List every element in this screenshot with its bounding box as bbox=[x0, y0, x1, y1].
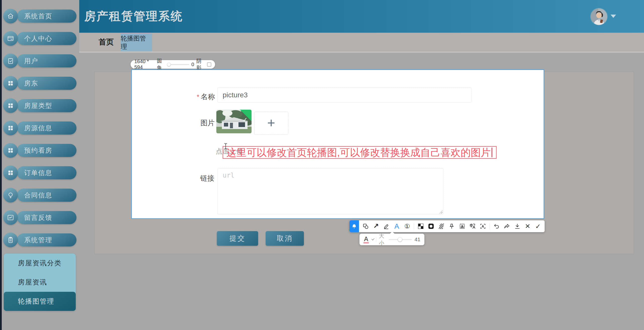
sidebar-item-label[interactable]: 个人中心 bbox=[17, 32, 76, 45]
grid-icon bbox=[3, 76, 18, 91]
link-placeholder: url bbox=[223, 172, 234, 179]
sidebar-item-contracts[interactable]: 合同信息 bbox=[2, 189, 79, 202]
slider-handle[interactable] bbox=[398, 237, 402, 242]
app-root: 系统首页 个人中心 用户 房东 房屋类型 房源信息 bbox=[0, 0, 644, 330]
name-input[interactable]: picture3 bbox=[217, 88, 471, 103]
grid-icon bbox=[3, 121, 18, 135]
sidebar-item-users[interactable]: 用户 bbox=[2, 54, 79, 67]
pin-tool-icon[interactable] bbox=[448, 223, 456, 230]
grid-icon bbox=[3, 166, 18, 180]
download-icon[interactable] bbox=[513, 223, 521, 230]
sidebar-item-system[interactable]: 系统管理 bbox=[2, 233, 79, 246]
bulb-icon bbox=[3, 188, 18, 202]
cancel-button[interactable]: 取消 bbox=[266, 231, 304, 246]
submit-button[interactable]: 提交 bbox=[217, 231, 258, 246]
grid-icon bbox=[3, 98, 18, 113]
upload-image-button[interactable]: + bbox=[254, 112, 288, 135]
check-icon: ✓ bbox=[243, 116, 248, 123]
sidebar-item-home[interactable]: 系统首页 bbox=[2, 10, 79, 23]
tab-bar: 首页 轮播图管理 bbox=[79, 33, 644, 53]
sidebar-item-feedback[interactable]: 留言反馈 bbox=[2, 211, 79, 224]
snip-selection[interactable]: *名称 picture3 图片 ✓ + bbox=[131, 69, 544, 219]
chevron-down-icon[interactable] bbox=[371, 237, 374, 240]
home-icon bbox=[3, 9, 18, 23]
shadow-label: 阴影 bbox=[196, 58, 205, 71]
chevron-down-icon[interactable] bbox=[611, 15, 616, 18]
tab-carousel-management[interactable]: 轮播图管理 bbox=[121, 33, 152, 51]
number-tool-icon[interactable]: ① bbox=[403, 223, 411, 230]
mosaic-tool-icon[interactable] bbox=[417, 223, 424, 230]
grid-icon bbox=[3, 143, 18, 158]
sidebar-item-label[interactable]: 用户 bbox=[17, 54, 76, 67]
avatar[interactable] bbox=[591, 8, 607, 25]
image-field-label: 图片 bbox=[200, 118, 215, 128]
link-field-label: 链接 bbox=[200, 174, 214, 183]
tab-home[interactable]: 首页 bbox=[99, 33, 114, 51]
uploaded-image-thumbnail[interactable]: ✓ bbox=[216, 110, 252, 133]
popup-caret bbox=[390, 231, 395, 234]
translate-tool-icon[interactable] bbox=[469, 223, 476, 230]
sidebar-item-label[interactable]: 预约看房 bbox=[17, 144, 76, 157]
sidebar-submenu: 房屋资讯分类 房屋资讯 轮播图管理 bbox=[4, 254, 76, 311]
link-textarea[interactable]: url bbox=[217, 168, 443, 214]
corner-radius-slider[interactable] bbox=[168, 64, 189, 65]
clipboard-icon bbox=[3, 233, 18, 247]
font-size-slider[interactable] bbox=[389, 239, 412, 240]
sidebar-edge-strip bbox=[0, 0, 2, 330]
resize-handle[interactable] bbox=[439, 210, 442, 214]
submenu-item-carousel[interactable]: 轮播图管理 bbox=[4, 292, 76, 311]
blur-tool-icon[interactable] bbox=[438, 223, 445, 230]
undo-icon[interactable] bbox=[493, 223, 500, 230]
toolbar-icons: ↗ A ① × ✓ bbox=[359, 223, 545, 230]
crop-tool-icon[interactable] bbox=[458, 223, 466, 230]
shape-tool-icon[interactable] bbox=[362, 223, 369, 230]
name-field-label: *名称 bbox=[197, 92, 215, 102]
annotation-text-box[interactable]: 这里可以修改首页轮播图,可以修改替换换成自己喜欢的图片 bbox=[223, 146, 497, 159]
arrow-tool-icon[interactable]: ↗ bbox=[372, 223, 380, 230]
sidebar-item-label[interactable]: 合同信息 bbox=[17, 189, 76, 202]
font-size-label: 大小 bbox=[379, 232, 386, 246]
toolbar-separator bbox=[414, 223, 414, 230]
page-title: 房产租赁管理系统 bbox=[84, 0, 183, 32]
annotation-text: 这里可以修改首页轮播图,可以修改替换换成自己喜欢的图片 bbox=[226, 146, 491, 159]
brush-indicator[interactable] bbox=[349, 220, 359, 232]
font-size-value: 41 bbox=[415, 236, 420, 242]
corner-radius-value: 0 bbox=[191, 62, 194, 67]
sidebar-item-profile[interactable]: 个人中心 bbox=[2, 32, 79, 45]
slider-handle[interactable] bbox=[167, 63, 171, 66]
sidebar-item-label[interactable]: 系统管理 bbox=[17, 233, 76, 246]
submenu-item-news-category[interactable]: 房屋资讯分类 bbox=[4, 254, 76, 273]
selection-dimensions: 1640 * 594 bbox=[134, 59, 154, 70]
clipboard-check-icon bbox=[3, 54, 18, 68]
sidebar-item-label[interactable]: 房东 bbox=[17, 77, 76, 90]
pencil-tool-icon[interactable] bbox=[383, 223, 390, 230]
sidebar-menu: 系统首页 个人中心 用户 房东 房屋类型 房源信息 bbox=[2, 0, 79, 246]
sidebar-item-label[interactable]: 房源信息 bbox=[17, 121, 76, 135]
sidebar-item-house-type[interactable]: 房屋类型 bbox=[2, 99, 79, 112]
sidebar-item-label[interactable]: 房屋类型 bbox=[17, 99, 76, 112]
sidebar-item-label[interactable]: 订单信息 bbox=[17, 166, 76, 179]
submenu-item-news[interactable]: 房屋资讯 bbox=[4, 273, 76, 292]
text-tool-icon[interactable]: A bbox=[393, 223, 400, 230]
plus-icon: + bbox=[267, 116, 275, 130]
close-icon[interactable]: × bbox=[524, 222, 531, 230]
confirm-icon[interactable]: ✓ bbox=[534, 223, 542, 230]
sidebar-item-orders[interactable]: 订单信息 bbox=[2, 166, 79, 179]
toolbar-separator bbox=[490, 223, 490, 230]
redo-icon[interactable] bbox=[503, 223, 511, 230]
sidebar-item-viewing[interactable]: 预约看房 bbox=[2, 144, 79, 157]
chart-icon bbox=[3, 210, 18, 225]
snip-size-bar: 1640 * 594 圆角 0 阴影 bbox=[131, 60, 215, 69]
sidebar-item-house-info[interactable]: 房源信息 bbox=[2, 121, 79, 135]
snip-toolbar: ↗ A ① × ✓ bbox=[349, 220, 545, 232]
shadow-checkbox[interactable] bbox=[207, 62, 211, 67]
header: 房产租赁管理系统 bbox=[79, 0, 644, 33]
text-caret bbox=[492, 148, 492, 157]
sidebar-item-label[interactable]: 系统首页 bbox=[17, 10, 76, 23]
ocr-tool-icon[interactable] bbox=[479, 223, 487, 230]
required-asterisk: * bbox=[197, 93, 199, 101]
highlight-tool-icon[interactable] bbox=[427, 223, 435, 230]
sidebar-item-label[interactable]: 留言反馈 bbox=[17, 211, 76, 224]
font-color-button[interactable]: A bbox=[364, 236, 369, 243]
sidebar-item-landlord[interactable]: 房东 bbox=[2, 77, 79, 90]
